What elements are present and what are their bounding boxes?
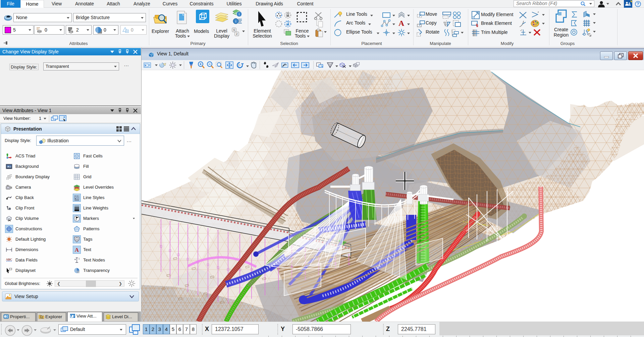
svg-text:1: 1 bbox=[78, 257, 80, 260]
svg-text:A: A bbox=[75, 247, 79, 253]
svg-text:2: 2 bbox=[236, 32, 237, 36]
svg-text:1: 1 bbox=[76, 238, 78, 241]
svg-text:?: ? bbox=[637, 2, 639, 6]
svg-text:i: i bbox=[235, 19, 236, 23]
svg-text:ABC: ABC bbox=[6, 258, 12, 261]
svg-text:S: S bbox=[233, 28, 235, 32]
svg-text:i: i bbox=[239, 12, 239, 16]
